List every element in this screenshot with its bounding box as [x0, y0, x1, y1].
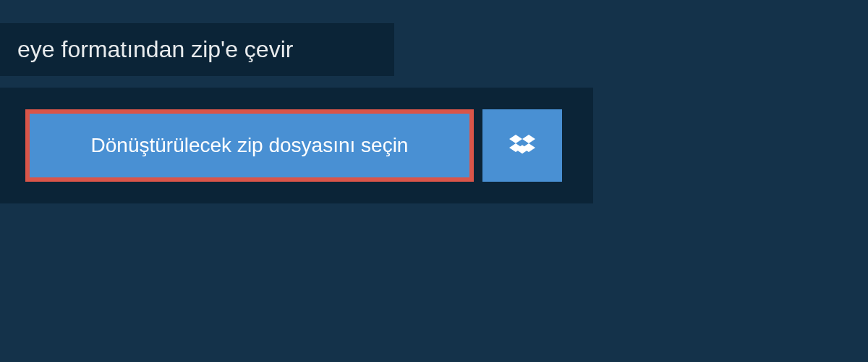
main-panel: Dönüştürülecek zip dosyasını seçin: [0, 88, 593, 203]
select-file-button-label: Dönüştürülecek zip dosyasını seçin: [91, 134, 409, 157]
page-title: eye formatından zip'e çevir: [17, 36, 377, 63]
button-row: Dönüştürülecek zip dosyasını seçin: [25, 109, 568, 182]
dropbox-button[interactable]: [482, 109, 562, 182]
dropbox-icon: [509, 132, 535, 159]
title-bar: eye formatından zip'e çevir: [0, 23, 394, 76]
select-file-button[interactable]: Dönüştürülecek zip dosyasını seçin: [25, 109, 474, 182]
